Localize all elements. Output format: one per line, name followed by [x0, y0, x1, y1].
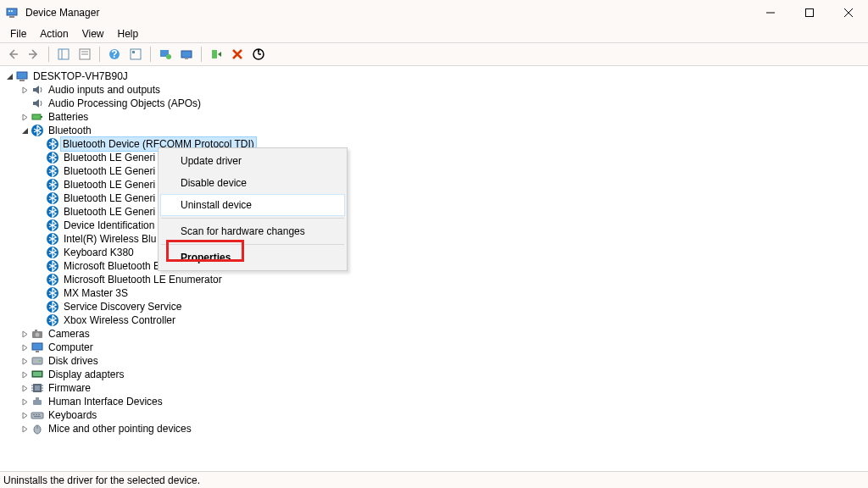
expander-placeholder	[19, 97, 31, 109]
maximize-button[interactable]	[790, 0, 829, 25]
expand-icon[interactable]	[19, 396, 31, 408]
minimize-button[interactable]	[751, 0, 790, 25]
properties-button[interactable]	[75, 45, 94, 64]
context-menu: Update driverDisable deviceUninstall dev…	[158, 147, 348, 271]
scan-hardware-button[interactable]	[177, 45, 196, 64]
svg-rect-15	[131, 49, 141, 59]
context-menu-item[interactable]: Disable device	[160, 172, 345, 194]
tree-row[interactable]: Audio Processing Objects (APOs)	[0, 97, 868, 110]
expand-icon[interactable]	[19, 111, 31, 123]
expand-icon[interactable]	[19, 355, 31, 367]
disk-icon	[31, 354, 44, 368]
bluetooth-icon	[46, 246, 59, 259]
close-button[interactable]	[829, 0, 868, 25]
svg-point-50	[39, 360, 41, 362]
tree-row[interactable]: Firmware	[0, 381, 868, 395]
context-menu-item[interactable]: Properties	[160, 247, 345, 269]
expand-icon[interactable]	[19, 369, 31, 380]
menu-help[interactable]: Help	[111, 26, 146, 42]
battery-icon	[31, 110, 44, 124]
context-menu-item[interactable]: Update driver	[160, 150, 345, 172]
collapse-icon[interactable]	[3, 70, 15, 82]
menu-view[interactable]: View	[75, 26, 111, 42]
tree-item-label: MX Master 3S	[63, 286, 129, 300]
tree-row[interactable]: Service Discovery Service	[0, 300, 868, 313]
tree-row[interactable]: MX Master 3S	[0, 286, 868, 300]
tree-row[interactable]: Bluetooth	[0, 124, 868, 137]
tree-row[interactable]: Keyboards	[0, 408, 868, 422]
tree-row[interactable]: Batteries	[0, 110, 868, 124]
tree-row[interactable]: Computer	[0, 341, 868, 354]
tree-item-label: Batteries	[47, 110, 89, 124]
expand-icon[interactable]	[19, 409, 31, 421]
expand-icon[interactable]	[19, 328, 31, 340]
tree-item-label: Xbox Wireless Controller	[63, 313, 176, 327]
tree-item-label: Bluetooth LE Generi	[63, 164, 156, 178]
tree-item-label: Computer	[47, 341, 94, 354]
tree-row[interactable]: Bluetooth Device (RFCOMM Protocol TDI)	[0, 137, 868, 151]
tree-row[interactable]: Bluetooth LE Generi	[0, 205, 868, 219]
tree-row[interactable]: Keyboard K380	[0, 246, 868, 259]
toolbar-separator	[48, 47, 49, 62]
expand-icon[interactable]	[19, 423, 31, 435]
uninstall-device-button[interactable]	[228, 45, 247, 64]
svg-rect-49	[32, 358, 42, 364]
bluetooth-icon	[46, 259, 59, 273]
tree-row[interactable]: Xbox Wireless Controller	[0, 313, 868, 327]
bluetooth-icon	[46, 232, 59, 246]
tree-row[interactable]: Mice and other pointing devices	[0, 422, 868, 435]
expander-placeholder	[34, 152, 46, 164]
bluetooth-icon	[46, 205, 59, 219]
context-menu-separator	[161, 244, 344, 245]
tree-row[interactable]: DESKTOP-VH7B90J	[0, 69, 868, 83]
expand-icon[interactable]	[19, 84, 31, 96]
svg-rect-26	[19, 80, 25, 81]
tree-row[interactable]: Audio inputs and outputs	[0, 83, 868, 97]
tree-row[interactable]: Human Interface Devices	[0, 395, 868, 408]
enable-device-button[interactable]	[207, 45, 225, 64]
bluetooth-icon	[46, 286, 59, 300]
tree-row[interactable]: Device Identification	[0, 219, 868, 232]
tree-row[interactable]: Bluetooth LE Generi	[0, 151, 868, 164]
tree-row[interactable]: Disk drives	[0, 354, 868, 368]
action-button[interactable]	[126, 45, 145, 64]
show-hide-console-tree-button[interactable]	[54, 45, 73, 64]
tree-row[interactable]: Microsoft Bluetooth Enumerator	[0, 259, 868, 273]
tree-row[interactable]: Bluetooth LE Generi	[0, 191, 868, 205]
help-button[interactable]: ?	[105, 45, 124, 64]
svg-rect-65	[36, 414, 37, 415]
svg-rect-21	[212, 50, 217, 58]
update-driver-button[interactable]	[156, 45, 175, 64]
forward-button[interactable]	[25, 45, 43, 64]
expander-placeholder	[34, 138, 46, 150]
svg-rect-8	[58, 49, 69, 59]
tree-row[interactable]: Microsoft Bluetooth LE Enumerator	[0, 273, 868, 286]
svg-rect-64	[33, 414, 35, 415]
tree-row[interactable]: Bluetooth LE Generi	[0, 164, 868, 178]
tree-row[interactable]: Cameras	[0, 327, 868, 341]
bluetooth-icon	[46, 300, 59, 313]
computer-icon	[15, 69, 29, 83]
expand-icon[interactable]	[19, 382, 31, 394]
device-tree[interactable]: DESKTOP-VH7B90JAudio inputs and outputsA…	[0, 66, 868, 471]
tree-item-label: DESKTOP-VH7B90J	[32, 69, 129, 83]
tree-item-label: Keyboard K380	[63, 246, 135, 259]
scan-for-changes-button[interactable]	[249, 45, 268, 64]
expander-placeholder	[34, 301, 46, 313]
bluetooth-icon	[46, 178, 59, 191]
back-button[interactable]	[3, 45, 22, 64]
svg-rect-67	[34, 416, 41, 417]
menu-action[interactable]: Action	[33, 26, 75, 42]
context-menu-item[interactable]: Scan for hardware changes	[160, 220, 345, 242]
tree-row[interactable]: Intel(R) Wireless Blu	[0, 232, 868, 246]
tree-row[interactable]: Bluetooth LE Generi	[0, 178, 868, 191]
context-menu-item[interactable]: Uninstall device	[160, 194, 345, 216]
status-bar: Uninstalls the driver for the selected d…	[0, 471, 868, 488]
svg-point-45	[36, 333, 40, 337]
tree-item-label: Display adapters	[47, 368, 125, 381]
collapse-icon[interactable]	[19, 125, 31, 136]
expand-icon[interactable]	[19, 341, 31, 353]
toolbar-separator	[99, 47, 100, 62]
menu-file[interactable]: File	[3, 26, 33, 42]
tree-row[interactable]: Display adapters	[0, 368, 868, 381]
